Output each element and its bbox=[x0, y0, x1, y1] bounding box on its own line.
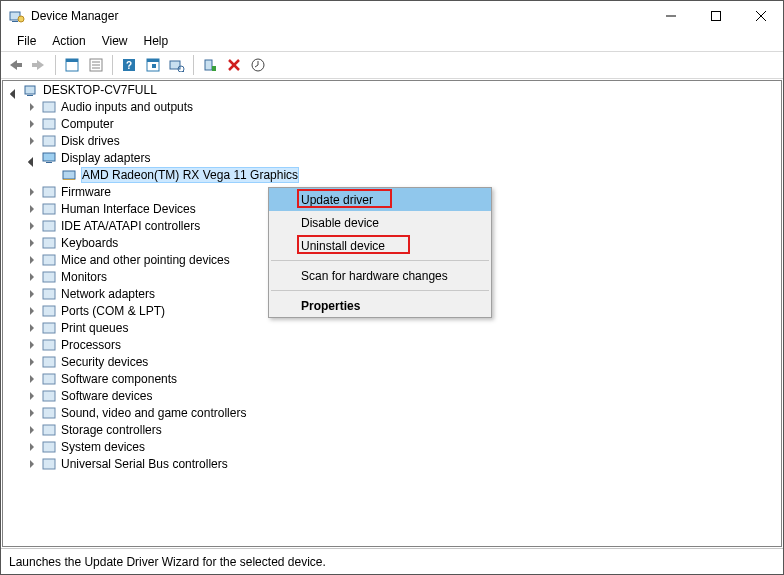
chevron-right-icon[interactable] bbox=[25, 338, 39, 352]
context-menu-separator bbox=[271, 290, 489, 291]
svg-rect-19 bbox=[152, 64, 156, 68]
tree-category[interactable]: Software devices bbox=[3, 387, 781, 404]
tree-root[interactable]: DESKTOP-CV7FULL bbox=[3, 81, 781, 98]
maximize-button[interactable] bbox=[693, 1, 738, 31]
context-menu: Update driverDisable deviceUninstall dev… bbox=[268, 187, 492, 318]
tree-category[interactable]: Sound, video and game controllers bbox=[3, 404, 781, 421]
chevron-right-icon[interactable] bbox=[25, 321, 39, 335]
chevron-right-icon[interactable] bbox=[25, 134, 39, 148]
chevron-right-icon[interactable] bbox=[25, 406, 39, 420]
menu-file[interactable]: File bbox=[9, 32, 44, 50]
menu-help[interactable]: Help bbox=[136, 32, 177, 50]
minimize-button[interactable] bbox=[648, 1, 693, 31]
chevron-right-icon[interactable] bbox=[25, 219, 39, 233]
svg-rect-45 bbox=[43, 323, 55, 333]
back-button[interactable] bbox=[5, 55, 25, 75]
tree-label: Keyboards bbox=[61, 236, 118, 250]
svg-rect-10 bbox=[66, 59, 78, 62]
chevron-right-icon[interactable] bbox=[25, 100, 39, 114]
svg-rect-33 bbox=[43, 153, 55, 161]
context-menu-separator bbox=[271, 260, 489, 261]
chevron-right-icon[interactable] bbox=[25, 423, 39, 437]
chevron-right-icon[interactable] bbox=[25, 457, 39, 471]
def-icon bbox=[41, 218, 57, 234]
tree-label: Mice and other pointing devices bbox=[61, 253, 230, 267]
svg-rect-36 bbox=[63, 179, 75, 180]
def-icon bbox=[41, 269, 57, 285]
tree-label: Ports (COM & LPT) bbox=[61, 304, 165, 318]
chevron-right-icon[interactable] bbox=[25, 372, 39, 386]
chevron-down-icon[interactable] bbox=[8, 87, 22, 101]
tree-label: Processors bbox=[61, 338, 121, 352]
chevron-right-icon[interactable] bbox=[25, 304, 39, 318]
context-menu-item[interactable]: Disable device bbox=[269, 211, 491, 234]
tree-category[interactable]: Audio inputs and outputs bbox=[3, 98, 781, 115]
tree-label: Disk drives bbox=[61, 134, 120, 148]
tree-category[interactable]: Security devices bbox=[3, 353, 781, 370]
def-icon bbox=[41, 320, 57, 336]
help-button[interactable]: ? bbox=[119, 55, 139, 75]
tree-category[interactable]: Universal Serial Bus controllers bbox=[3, 455, 781, 472]
tree-category[interactable]: Print queues bbox=[3, 319, 781, 336]
chevron-right-icon[interactable] bbox=[25, 202, 39, 216]
context-menu-item[interactable]: Scan for hardware changes bbox=[269, 264, 491, 287]
status-bar: Launches the Update Driver Wizard for th… bbox=[1, 548, 783, 574]
svg-rect-24 bbox=[212, 66, 216, 71]
tree-label: Audio inputs and outputs bbox=[61, 100, 193, 114]
chevron-right-icon[interactable] bbox=[25, 389, 39, 403]
def-icon bbox=[41, 337, 57, 353]
context-menu-item[interactable]: Properties bbox=[269, 294, 491, 317]
close-button[interactable] bbox=[738, 1, 783, 31]
chevron-right-icon[interactable] bbox=[25, 287, 39, 301]
svg-rect-31 bbox=[43, 119, 55, 129]
tree-category[interactable]: System devices bbox=[3, 438, 781, 455]
tree-category[interactable]: Processors bbox=[3, 336, 781, 353]
def-icon bbox=[41, 388, 57, 404]
def-icon bbox=[41, 303, 57, 319]
tree-label: Software components bbox=[61, 372, 177, 386]
show-hide-console-button[interactable] bbox=[62, 55, 82, 75]
chevron-right-icon[interactable] bbox=[25, 185, 39, 199]
update-driver-button[interactable] bbox=[248, 55, 268, 75]
tree-label: Software devices bbox=[61, 389, 152, 403]
svg-rect-51 bbox=[43, 425, 55, 435]
enable-device-button[interactable] bbox=[200, 55, 220, 75]
context-menu-label: Disable device bbox=[301, 216, 379, 230]
uninstall-device-button[interactable] bbox=[224, 55, 244, 75]
def-icon bbox=[41, 405, 57, 421]
menu-view[interactable]: View bbox=[94, 32, 136, 50]
toolbar-separator bbox=[112, 55, 113, 75]
menu-action[interactable]: Action bbox=[44, 32, 93, 50]
svg-rect-37 bbox=[43, 187, 55, 197]
device-tree[interactable]: DESKTOP-CV7FULLAudio inputs and outputsC… bbox=[2, 80, 782, 547]
svg-rect-43 bbox=[43, 289, 55, 299]
scan-hardware-button[interactable] bbox=[167, 55, 187, 75]
properties-button[interactable] bbox=[86, 55, 106, 75]
chevron-right-icon[interactable] bbox=[25, 355, 39, 369]
tree-device[interactable]: AMD Radeon(TM) RX Vega 11 Graphics bbox=[3, 166, 781, 183]
display-icon bbox=[41, 150, 57, 166]
svg-rect-50 bbox=[43, 408, 55, 418]
tree-category[interactable]: Storage controllers bbox=[3, 421, 781, 438]
tree-category[interactable]: Software components bbox=[3, 370, 781, 387]
svg-rect-41 bbox=[43, 255, 55, 265]
chevron-right-icon[interactable] bbox=[25, 270, 39, 284]
tree-category[interactable]: Display adapters bbox=[3, 149, 781, 166]
chevron-right-icon[interactable] bbox=[25, 440, 39, 454]
tree-label: IDE ATA/ATAPI controllers bbox=[61, 219, 200, 233]
chevron-down-icon[interactable] bbox=[26, 155, 40, 169]
action-button[interactable] bbox=[143, 55, 163, 75]
chevron-right-icon[interactable] bbox=[25, 117, 39, 131]
tree-category[interactable]: Computer bbox=[3, 115, 781, 132]
context-menu-item[interactable]: Update driver bbox=[269, 188, 491, 211]
tree-category[interactable]: Disk drives bbox=[3, 132, 781, 149]
tree-label: Sound, video and game controllers bbox=[61, 406, 246, 420]
svg-line-22 bbox=[183, 71, 185, 72]
svg-point-2 bbox=[18, 16, 24, 22]
chevron-right-icon[interactable] bbox=[25, 253, 39, 267]
svg-rect-7 bbox=[16, 63, 22, 67]
def-icon bbox=[41, 354, 57, 370]
forward-button[interactable] bbox=[29, 55, 49, 75]
context-menu-item[interactable]: Uninstall device bbox=[269, 234, 491, 257]
chevron-right-icon[interactable] bbox=[25, 236, 39, 250]
